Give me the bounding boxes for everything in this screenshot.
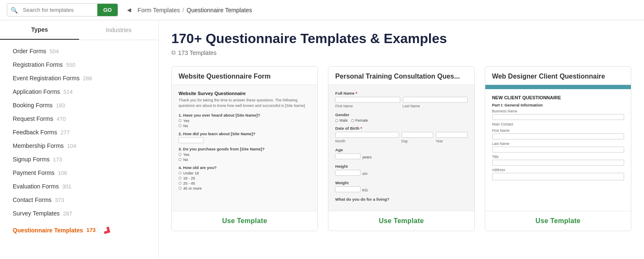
card-3: Web Designer Client Questionnaire NEW CL… bbox=[485, 66, 631, 231]
sidebar-item-12[interactable]: Survey Templates287 bbox=[0, 207, 158, 220]
search-input[interactable] bbox=[21, 4, 97, 16]
search-wrapper: 🔍 GO bbox=[7, 3, 118, 16]
card-3-header-bar bbox=[485, 85, 631, 89]
template-count-icon: ⧉ bbox=[171, 49, 176, 56]
card-2-use-button[interactable]: Use Template bbox=[328, 211, 474, 231]
card-2-gender: Gender Male Female bbox=[335, 112, 467, 123]
top-bar: 🔍 GO ◄ Form Templates / Questionnaire Te… bbox=[0, 0, 644, 20]
template-count: ⧉ 173 Templates bbox=[171, 49, 631, 56]
sidebar-item-5[interactable]: Request Forms470 bbox=[0, 112, 158, 125]
sidebar-item-3[interactable]: Application Forms514 bbox=[0, 85, 158, 98]
card-2-weight: Weight KG bbox=[335, 180, 467, 194]
breadcrumb: ◄ Form Templates / Questionnaire Templat… bbox=[123, 5, 252, 15]
breadcrumb-link[interactable]: Form Templates bbox=[138, 7, 180, 14]
card-2-dob: Date of Birth * Month Day bbox=[335, 126, 467, 144]
card-1-use-button[interactable]: Use Template bbox=[172, 211, 317, 231]
card-2-height: Height cm bbox=[335, 164, 467, 177]
card-3-last-name: Last Name bbox=[492, 142, 624, 153]
card-3-title: Web Designer Client Questionnaire bbox=[485, 67, 631, 85]
sidebar-item-4[interactable]: Booking Forms183 bbox=[0, 98, 158, 112]
main-layout: Types Industries Order Forms504Registrat… bbox=[0, 20, 644, 259]
card-1-q4: 4. How old are you? Under 18 18 - 25 25 … bbox=[179, 165, 311, 191]
tab-industries[interactable]: Industries bbox=[79, 20, 158, 40]
page-title: 170+ Questionnaire Templates & Examples bbox=[171, 30, 631, 46]
card-3-main-contact: Main Contact bbox=[492, 122, 624, 126]
card-1-q3: 3. Do you purchase goods from [Site Name… bbox=[179, 147, 311, 162]
go-button[interactable]: GO bbox=[97, 4, 118, 16]
cards-grid: Website Questionnaire Form Website Surve… bbox=[171, 66, 631, 231]
card-2-living: What do you do for a living? bbox=[335, 197, 467, 202]
card-2-age: Age years bbox=[335, 147, 467, 161]
svg-marker-0 bbox=[103, 226, 112, 236]
card-1-preview: Website Survey Questionnaire Thank you f… bbox=[172, 85, 317, 211]
card-1-title: Website Questionnaire Form bbox=[172, 67, 317, 85]
tab-types[interactable]: Types bbox=[0, 20, 79, 40]
card-1-preview-title: Website Survey Questionnaire bbox=[179, 91, 311, 96]
sidebar-item-9[interactable]: Payment Forms106 bbox=[0, 166, 158, 180]
sidebar-item-1[interactable]: Registration Forms550 bbox=[0, 58, 158, 71]
card-3-preview: NEW CLIENT QUESTIONNAIRE Part I: General… bbox=[485, 85, 631, 211]
card-3-use-button[interactable]: Use Template bbox=[485, 211, 631, 231]
card-2-fullname: Full Name * First Name Last Name bbox=[335, 91, 467, 109]
sidebar-tabs: Types Industries bbox=[0, 20, 158, 40]
breadcrumb-current: Questionnaire Templates bbox=[187, 7, 252, 14]
content-area: 170+ Questionnaire Templates & Examples … bbox=[159, 20, 644, 259]
card-3-preview-heading: NEW CLIENT QUESTIONNAIRE bbox=[492, 95, 624, 100]
sidebar: Types Industries Order Forms504Registrat… bbox=[0, 20, 159, 259]
sidebar-items-list: Order Forms504Registration Forms550Event… bbox=[0, 40, 158, 244]
sidebar-item-13[interactable]: Questionnaire Templates173 bbox=[0, 220, 158, 240]
card-3-business: Business Name bbox=[492, 109, 624, 120]
card-2-preview: Full Name * First Name Last Name bbox=[328, 85, 474, 211]
search-icon: 🔍 bbox=[7, 7, 21, 14]
card-2-title: Personal Training Consultation Ques... bbox=[328, 67, 474, 85]
sidebar-item-6[interactable]: Feedback Forms277 bbox=[0, 125, 158, 139]
sidebar-item-8[interactable]: Signup Forms173 bbox=[0, 153, 158, 166]
card-3-first-name: First Name bbox=[492, 128, 624, 139]
breadcrumb-back-button[interactable]: ◄ bbox=[123, 5, 135, 15]
card-2: Personal Training Consultation Ques... F… bbox=[328, 66, 474, 231]
sidebar-item-11[interactable]: Contact Forms373 bbox=[0, 193, 158, 207]
active-arrow-indicator bbox=[101, 224, 113, 237]
sidebar-item-10[interactable]: Evaluation Forms301 bbox=[0, 180, 158, 193]
card-1: Website Questionnaire Form Website Surve… bbox=[171, 66, 318, 231]
card-3-title-field: Title bbox=[492, 155, 624, 166]
card-1-q2: 2. How did you learn about [Site Name]? bbox=[179, 131, 311, 143]
card-1-q1: 1. Have you ever heard about [Site Name]… bbox=[179, 113, 311, 128]
card-3-address: Address bbox=[492, 168, 624, 180]
template-count-text: 173 Templates bbox=[178, 49, 217, 56]
breadcrumb-separator: / bbox=[182, 7, 184, 14]
sidebar-item-2[interactable]: Event Registration Forms286 bbox=[0, 71, 158, 85]
card-1-preview-subtitle: Thank you for taking the time to answer … bbox=[179, 98, 311, 108]
sidebar-item-7[interactable]: Membership Forms104 bbox=[0, 139, 158, 153]
sidebar-item-0[interactable]: Order Forms504 bbox=[0, 44, 158, 58]
card-3-section-title: Part I: General Information bbox=[492, 103, 624, 107]
